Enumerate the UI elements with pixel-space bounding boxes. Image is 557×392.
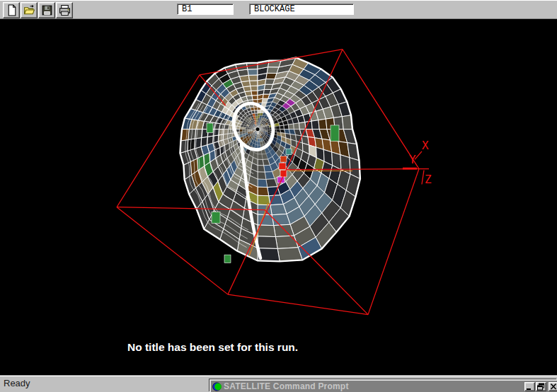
minimize-icon [525,383,534,391]
application-window: X Y Z No title has been set for this run… [0,0,557,392]
toolbar [0,0,557,19]
object-type-field[interactable] [249,4,354,15]
save-floppy-icon [41,4,53,16]
axis-x-label: X [422,139,429,152]
viewport-3d[interactable]: X Y Z No title has been set for this run… [0,19,557,375]
object-id-field[interactable] [177,4,234,15]
satellite-icon [212,382,222,391]
minimize-button[interactable] [524,382,535,391]
restore-button[interactable] [536,382,546,391]
open-folder-icon [23,4,35,16]
save-button[interactable] [38,2,55,18]
axis-triad: X Y Z [409,139,432,185]
background-window[interactable]: SATELLITE Command Prompt [209,379,557,392]
background-window-titlebar[interactable]: SATELLITE Command Prompt [211,381,557,392]
close-button[interactable] [549,382,557,391]
blockage-mesh [117,50,429,315]
open-file-button[interactable] [21,2,38,18]
background-window-title: SATELLITE Command Prompt [224,381,349,391]
close-icon [549,383,557,391]
new-document-icon [6,4,18,16]
axis-z-label: Z [425,173,432,186]
restore-icon [536,383,546,391]
printer-icon [59,4,71,16]
new-file-button[interactable] [3,2,20,18]
run-title-caption: No title has been set for this run. [127,341,298,353]
print-button[interactable] [56,2,73,18]
scene-svg[interactable]: X Y Z No title has been set for this run… [0,19,557,375]
status-text: Ready [4,378,30,388]
axis-y-label: Y [409,154,416,166]
